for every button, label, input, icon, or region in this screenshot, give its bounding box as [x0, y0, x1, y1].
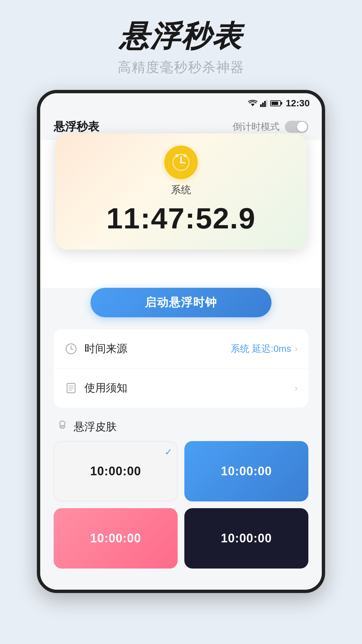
- widget-icon-wrap: [164, 146, 198, 179]
- svg-rect-21: [61, 427, 64, 428]
- usage-notice-icon: [64, 381, 78, 395]
- usage-notice-right: ›: [295, 383, 298, 393]
- svg-point-13: [180, 161, 182, 163]
- skin-item-dark[interactable]: 10:00:00: [184, 508, 308, 569]
- skin-time-blue: 10:00:00: [221, 464, 272, 478]
- toggle-knob: [297, 122, 307, 132]
- svg-rect-2: [262, 103, 264, 107]
- skin-section: 悬浮皮肤 ✓ 10:00:00 10:00:00 10:00:00 10: [54, 420, 308, 569]
- app-header-title: 悬浮秒表: [54, 119, 99, 135]
- skin-grid: ✓ 10:00:00 10:00:00 10:00:00 10:00:00: [54, 441, 308, 569]
- app-title-area: 悬浮秒表 高精度毫秒秒杀神器: [118, 0, 244, 76]
- header-right: 倒计时模式: [233, 120, 308, 133]
- menu-item-usage-notice[interactable]: 使用须知 ›: [54, 369, 308, 408]
- usage-notice-chevron-icon: ›: [295, 383, 298, 393]
- skin-header: 悬浮皮肤: [54, 420, 308, 441]
- usage-notice-label: 使用须知: [84, 381, 295, 395]
- time-source-right: 系统 延迟:0ms ›: [231, 342, 298, 355]
- start-button-label: 启动悬浮时钟: [145, 295, 217, 310]
- skin-item-light[interactable]: ✓ 10:00:00: [54, 441, 178, 501]
- skin-time-pink: 10:00:00: [90, 531, 141, 545]
- svg-rect-3: [264, 101, 266, 107]
- svg-rect-4: [266, 100, 267, 107]
- content-area: 启动悬浮时钟 时间来源 系统 延迟:0ms ›: [40, 288, 322, 590]
- svg-rect-1: [260, 104, 262, 107]
- start-floating-button[interactable]: 启动悬浮时钟: [90, 288, 272, 317]
- status-icons: 12:30: [248, 98, 310, 109]
- time-source-label: 时间来源: [84, 341, 231, 356]
- menu-item-time-source[interactable]: 时间来源 系统 延迟:0ms ›: [54, 329, 308, 369]
- svg-line-16: [71, 349, 73, 350]
- countdown-label: 倒计时模式: [233, 120, 280, 133]
- time-source-chevron-icon: ›: [295, 343, 298, 354]
- skin-label: 悬浮皮肤: [74, 420, 117, 434]
- skin-time-dark: 10:00:00: [221, 531, 272, 545]
- widget-time-display: 11:47:52.9: [106, 202, 256, 235]
- app-subtitle: 高精度毫秒秒杀神器: [118, 58, 244, 76]
- skin-item-blue[interactable]: 10:00:00: [184, 441, 308, 501]
- battery-icon: [270, 100, 281, 106]
- app-main-title: 悬浮秒表: [118, 20, 244, 53]
- floating-widget: 系统 11:47:52.9: [55, 133, 307, 250]
- time-source-icon: [64, 342, 78, 356]
- countdown-toggle[interactable]: [285, 121, 308, 133]
- skin-item-pink[interactable]: 10:00:00: [54, 508, 178, 569]
- menu-section: 时间来源 系统 延迟:0ms › 使用须知: [54, 329, 308, 408]
- skin-icon: [56, 420, 68, 434]
- phone-frame: 12:30 悬浮秒表 倒计时模式: [37, 90, 325, 593]
- wifi-icon: [248, 100, 257, 107]
- time-source-value: 系统 延迟:0ms: [231, 342, 291, 355]
- clock-icon: [170, 152, 192, 173]
- signal-icon: [260, 100, 267, 107]
- status-bar: 12:30: [40, 93, 322, 113]
- status-time: 12:30: [286, 98, 310, 109]
- widget-source: 系统: [171, 183, 191, 197]
- svg-marker-0: [251, 104, 255, 106]
- skin-time-light: 10:00:00: [90, 464, 141, 478]
- skin-check-icon: ✓: [165, 446, 172, 458]
